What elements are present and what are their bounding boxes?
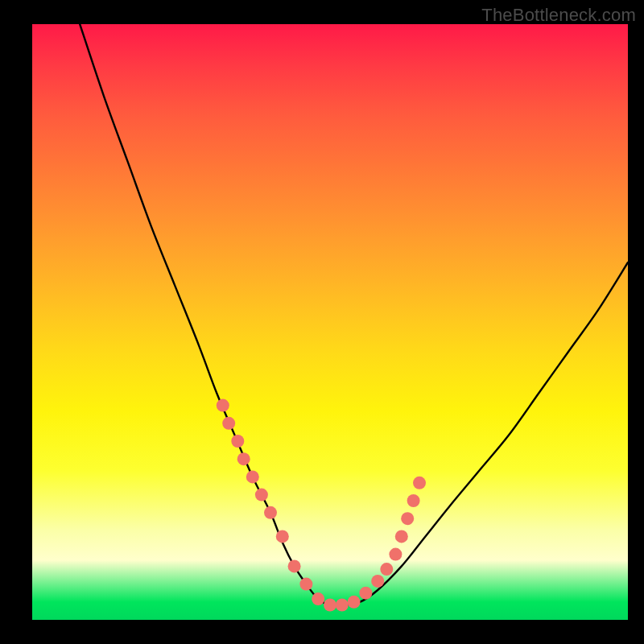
dot (336, 599, 349, 612)
dot (231, 435, 244, 448)
dot (222, 417, 235, 430)
chart-frame: TheBottleneck.com (0, 0, 644, 644)
dot (264, 506, 277, 519)
dot (324, 599, 336, 612)
watermark-text: TheBottleneck.com (481, 5, 636, 26)
dot (348, 596, 361, 609)
bottleneck-dots (217, 399, 426, 612)
dot (255, 489, 268, 502)
dot (389, 548, 402, 561)
dot (413, 477, 426, 489)
dot (276, 530, 289, 543)
dot (237, 452, 250, 465)
dot (407, 494, 420, 507)
dot (371, 575, 384, 588)
dot (395, 530, 408, 543)
dot (288, 559, 301, 572)
chart-svg (32, 24, 628, 620)
dot (246, 470, 259, 483)
dot (380, 563, 393, 576)
dot (359, 587, 372, 600)
plot-area (32, 24, 628, 620)
bottleneck-curve (80, 24, 628, 605)
dot (401, 512, 414, 525)
dot (299, 578, 312, 591)
dot (217, 399, 229, 412)
dot (312, 592, 324, 605)
